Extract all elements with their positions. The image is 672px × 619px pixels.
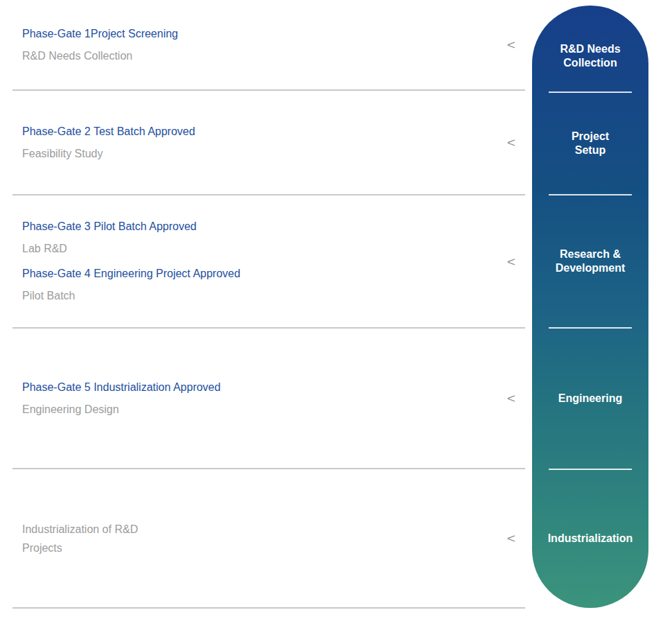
gate-title-link[interactable]: Phase-Gate 3 Pilot Batch Approved — [22, 218, 507, 235]
gate-item: Phase-Gate 4 Engineering Project Approve… — [22, 265, 507, 304]
gate-title-link[interactable]: Phase-Gate 2 Test Batch Approved — [22, 123, 507, 140]
row-content: Phase-Gate 2 Test Batch Approved Feasibi… — [12, 123, 507, 162]
rd-process-diagram: Phase-Gate 1Project Screening R&D Needs … — [0, 0, 672, 619]
gate-item: Phase-Gate 3 Pilot Batch Approved Lab R&… — [22, 218, 507, 257]
gate-title-link[interactable]: Phase-Gate 5 Industrialization Approved — [22, 379, 507, 396]
row-research-development: Phase-Gate 3 Pilot Batch Approved Lab R&… — [12, 195, 525, 329]
gate-item: Phase-Gate 1Project Screening R&D Needs … — [22, 26, 507, 64]
gate-subtitle: Engineering Design — [22, 401, 507, 418]
chevron-left-icon[interactable]: < — [507, 255, 515, 268]
phase-gate-rows: Phase-Gate 1Project Screening R&D Needs … — [12, 0, 525, 609]
stage-pill: R&D Needs Collection Project Setup Resea… — [532, 6, 648, 608]
gate-title-link[interactable]: Phase-Gate 4 Engineering Project Approve… — [22, 265, 507, 282]
chevron-left-icon[interactable]: < — [507, 392, 515, 405]
stage-band-project-setup: Project Setup — [532, 92, 648, 195]
chevron-left-icon[interactable]: < — [507, 136, 515, 149]
row-rd-needs-collection: Phase-Gate 1Project Screening R&D Needs … — [12, 0, 525, 91]
row-project-setup: Phase-Gate 2 Test Batch Approved Feasibi… — [12, 91, 525, 195]
row-content: Phase-Gate 1Project Screening R&D Needs … — [12, 26, 507, 64]
row-engineering: Phase-Gate 5 Industrialization Approved … — [12, 329, 525, 469]
stage-band-rd-needs-collection: R&D Needs Collection — [532, 6, 648, 92]
gate-title-link[interactable]: Phase-Gate 1Project Screening — [22, 26, 507, 42]
row-description-text: Industrialization of R&D Projects — [22, 520, 169, 557]
stage-band-engineering: Engineering — [532, 328, 648, 469]
gate-subtitle: Feasibility Study — [22, 146, 507, 162]
gate-subtitle: Lab R&D — [22, 241, 507, 257]
row-content: Phase-Gate 5 Industrialization Approved … — [12, 379, 507, 418]
row-content: Industrialization of R&D Projects — [12, 520, 507, 557]
chevron-left-icon[interactable]: < — [507, 532, 515, 545]
gate-subtitle: Pilot Batch — [22, 288, 507, 304]
stage-band-research-development: Research & Development — [532, 195, 648, 328]
chevron-left-icon[interactable]: < — [507, 38, 515, 51]
gate-subtitle: R&D Needs Collection — [22, 48, 507, 64]
stage-band-industrialization: Industrialization — [532, 469, 648, 608]
row-content: Phase-Gate 3 Pilot Batch Approved Lab R&… — [12, 218, 507, 304]
gate-item: Phase-Gate 2 Test Batch Approved Feasibi… — [22, 123, 507, 162]
gate-item: Phase-Gate 5 Industrialization Approved … — [22, 379, 507, 418]
row-industrialization: Industrialization of R&D Projects < — [12, 469, 525, 609]
